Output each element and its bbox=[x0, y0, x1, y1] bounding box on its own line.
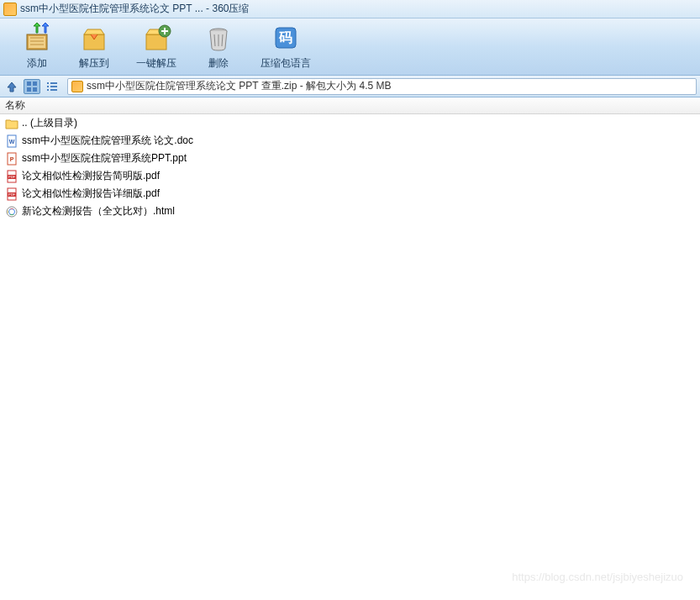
view-list-button[interactable] bbox=[44, 79, 61, 94]
file-row[interactable]: Wssm中小型医院住院管理系统 论文.doc bbox=[0, 132, 700, 150]
html-icon bbox=[5, 205, 18, 218]
language-button[interactable]: 码 压缩包语言 bbox=[247, 19, 324, 74]
file-name: 论文相似性检测报告简明版.pdf bbox=[22, 169, 160, 183]
svg-rect-12 bbox=[47, 82, 49, 84]
archive-icon bbox=[71, 81, 83, 92]
list-icon bbox=[46, 81, 58, 92]
svg-rect-9 bbox=[33, 82, 37, 86]
svg-rect-13 bbox=[50, 82, 57, 84]
file-name: ssm中小型医院住院管理系统PPT.ppt bbox=[22, 151, 187, 166]
up-arrow-icon bbox=[5, 80, 18, 93]
grid-icon bbox=[26, 81, 38, 92]
extract-label: 解压到 bbox=[79, 56, 109, 71]
svg-text:码: 码 bbox=[278, 30, 292, 45]
oneclick-icon bbox=[141, 23, 171, 53]
navbar: ssm中小型医院住院管理系统论文 PPT 查重.zip - 解包大小为 4.5 … bbox=[0, 76, 700, 97]
up-button[interactable] bbox=[3, 79, 20, 94]
svg-rect-17 bbox=[50, 89, 57, 91]
add-icon bbox=[22, 23, 52, 53]
delete-label: 删除 bbox=[208, 56, 229, 71]
svg-rect-8 bbox=[27, 82, 31, 86]
pdf-icon: PDF bbox=[5, 187, 18, 201]
svg-rect-14 bbox=[47, 86, 49, 87]
ppt-icon: P bbox=[5, 152, 18, 166]
file-name: ssm中小型医院住院管理系统 论文.doc bbox=[22, 134, 193, 148]
svg-rect-11 bbox=[33, 87, 37, 92]
oneclick-label: 一键解压 bbox=[136, 56, 176, 71]
oneclick-extract-button[interactable]: 一键解压 bbox=[123, 19, 190, 74]
view-large-button[interactable] bbox=[24, 79, 40, 94]
file-row[interactable]: Pssm中小型医院住院管理系统PPT.ppt bbox=[0, 150, 700, 167]
file-row[interactable]: PDF论文相似性检测报告简明版.pdf bbox=[0, 167, 700, 185]
path-bar[interactable]: ssm中小型医院住院管理系统论文 PPT 查重.zip - 解包大小为 4.5 … bbox=[67, 78, 697, 95]
toolbar: 添加 解压到 一键解压 删除 码 压缩包语言 bbox=[0, 18, 700, 76]
window-title: ssm中小型医院住院管理系统论文 PPT ... - 360压缩 bbox=[20, 2, 249, 16]
svg-text:P: P bbox=[10, 156, 14, 162]
svg-text:W: W bbox=[9, 139, 15, 145]
extract-button[interactable]: 解压到 bbox=[66, 19, 123, 74]
svg-text:PDF: PDF bbox=[8, 175, 16, 179]
file-name: 论文相似性检测报告详细版.pdf bbox=[22, 187, 160, 201]
column-header[interactable]: 名称 bbox=[0, 97, 700, 114]
add-label: 添加 bbox=[27, 56, 47, 71]
file-row[interactable]: 新论文检测报告（全文比对）.html bbox=[0, 203, 700, 220]
extract-icon bbox=[79, 23, 109, 53]
pdf-icon: PDF bbox=[5, 170, 18, 183]
doc-icon: W bbox=[5, 134, 18, 148]
path-text: ssm中小型医院住院管理系统论文 PPT 查重.zip - 解包大小为 4.5 … bbox=[87, 79, 391, 93]
folder-icon bbox=[5, 117, 18, 130]
file-row[interactable]: PDF论文相似性检测报告详细版.pdf bbox=[0, 185, 700, 203]
file-list: .. (上级目录)Wssm中小型医院住院管理系统 论文.docPssm中小型医院… bbox=[0, 114, 700, 220]
delete-button[interactable]: 删除 bbox=[190, 19, 247, 74]
column-name: 名称 bbox=[5, 98, 25, 113]
svg-text:PDF: PDF bbox=[8, 192, 16, 197]
titlebar: ssm中小型医院住院管理系统论文 PPT ... - 360压缩 bbox=[0, 0, 700, 18]
svg-rect-10 bbox=[27, 87, 31, 92]
language-label: 压缩包语言 bbox=[261, 56, 311, 71]
add-button[interactable]: 添加 bbox=[8, 19, 66, 74]
file-row[interactable]: .. (上级目录) bbox=[0, 114, 700, 132]
file-name: .. (上级目录) bbox=[22, 116, 77, 130]
delete-icon bbox=[203, 23, 234, 53]
file-name: 新论文检测报告（全文比对）.html bbox=[22, 204, 175, 218]
app-icon bbox=[3, 3, 17, 16]
svg-rect-16 bbox=[47, 89, 49, 91]
language-icon: 码 bbox=[271, 23, 301, 53]
watermark: https://blog.csdn.net/jsjbiyeshejizuo bbox=[512, 571, 683, 583]
svg-rect-15 bbox=[50, 86, 57, 87]
